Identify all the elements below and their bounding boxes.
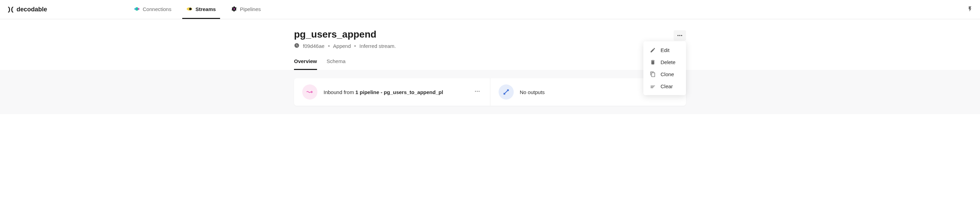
menu-item-label: Delete	[660, 59, 675, 65]
brand-name: decodable	[16, 6, 47, 13]
clear-icon	[649, 83, 656, 89]
nav-tab-label: Pipelines	[240, 6, 261, 12]
nav-tab-connections[interactable]: Connections	[130, 0, 175, 19]
meta-separator	[328, 45, 330, 47]
inbound-pipeline-name: 1 pipeline - pg_users_to_append_pl	[356, 89, 443, 95]
svg-point-8	[681, 35, 682, 36]
menu-item-clone[interactable]: Clone	[643, 68, 686, 80]
nav-tab-label: Connections	[143, 6, 171, 12]
meta-separator	[354, 45, 356, 47]
nav-tab-streams[interactable]: Streams	[182, 0, 220, 19]
outbound-icon	[499, 84, 514, 99]
stream-id: f09d46ae	[303, 43, 325, 49]
top-nav: decodable Connections Streams	[0, 0, 980, 19]
menu-item-delete[interactable]: Delete	[643, 56, 686, 68]
sub-tab-overview[interactable]: Overview	[294, 58, 317, 70]
lightning-icon[interactable]	[967, 5, 973, 14]
inbound-prefix: Inbound from	[324, 89, 356, 95]
sub-tab-label: Overview	[294, 58, 317, 64]
svg-point-7	[679, 35, 681, 36]
connections-icon	[134, 6, 140, 12]
menu-item-label: Clear	[660, 83, 673, 89]
svg-point-11	[478, 91, 479, 92]
clone-icon	[649, 71, 656, 77]
svg-point-9	[475, 91, 476, 92]
inbound-text: Inbound from 1 pipeline - pg_users_to_ap…	[324, 89, 467, 95]
inbound-more-button[interactable]	[473, 87, 482, 97]
menu-item-label: Edit	[660, 47, 670, 53]
svg-point-4	[189, 8, 192, 10]
main-nav-tabs: Connections Streams Pipelines	[130, 0, 265, 19]
stream-panels: Inbound from 1 pipeline - pg_users_to_ap…	[294, 78, 686, 106]
actions-dropdown: Edit Delete Clone	[643, 41, 686, 95]
menu-item-clear[interactable]: Clear	[643, 80, 686, 92]
menu-item-edit[interactable]: Edit	[643, 44, 686, 56]
inbound-icon	[302, 84, 317, 99]
svg-point-6	[678, 35, 678, 36]
stream-type: Append	[333, 43, 351, 49]
svg-point-1	[134, 8, 136, 10]
sub-tab-label: Schema	[327, 58, 345, 64]
logo-mark-icon	[7, 6, 14, 13]
nav-tab-pipelines[interactable]: Pipelines	[227, 0, 265, 19]
menu-item-label: Clone	[660, 71, 674, 77]
streams-icon	[186, 6, 192, 12]
sub-tab-schema[interactable]: Schema	[327, 58, 345, 70]
clock-icon	[294, 43, 299, 49]
svg-point-5	[233, 8, 235, 10]
page-title: pg_users_append	[294, 29, 396, 40]
sub-tabs: Overview Schema	[294, 58, 686, 70]
svg-point-2	[138, 8, 140, 10]
page-header: pg_users_append f09d46ae Append Inferred…	[294, 19, 686, 70]
pipelines-icon	[231, 6, 237, 12]
svg-point-10	[477, 91, 477, 92]
stream-description: Inferred stream.	[360, 43, 396, 49]
more-actions-button[interactable]	[674, 30, 686, 41]
content-area: Inbound from 1 pipeline - pg_users_to_ap…	[0, 70, 980, 114]
edit-icon	[649, 47, 656, 53]
nav-tab-label: Streams	[195, 6, 216, 12]
page-meta: f09d46ae Append Inferred stream.	[294, 43, 396, 49]
delete-icon	[649, 59, 656, 65]
brand-logo[interactable]: decodable	[7, 6, 47, 13]
inbound-panel: Inbound from 1 pipeline - pg_users_to_ap…	[294, 78, 490, 106]
